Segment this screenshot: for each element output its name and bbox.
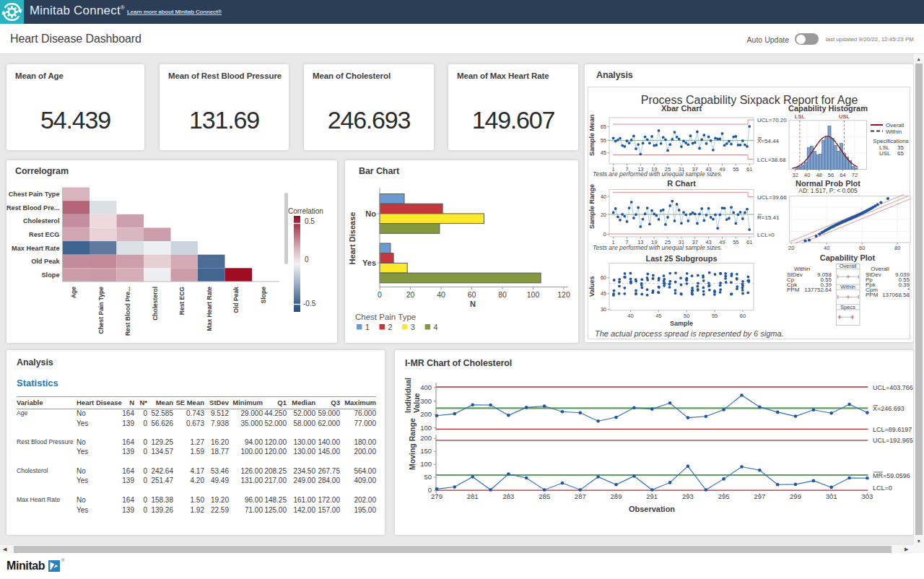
svg-text:4: 4 bbox=[434, 323, 438, 331]
svg-text:Value: Value bbox=[412, 393, 421, 413]
svg-text:UCL=192.965: UCL=192.965 bbox=[873, 437, 913, 444]
svg-text:Old Peak: Old Peak bbox=[31, 258, 60, 265]
svg-text:Xbar Chart: Xbar Chart bbox=[661, 104, 702, 113]
svg-text:Heart Disease: Heart Disease bbox=[348, 212, 357, 265]
svg-text:0: 0 bbox=[603, 231, 606, 238]
svg-text:291: 291 bbox=[646, 492, 658, 500]
svg-text:LCL=0: LCL=0 bbox=[873, 484, 892, 492]
svg-text:283: 283 bbox=[502, 492, 514, 500]
svg-text:Rest Blood Pre...: Rest Blood Pre... bbox=[124, 287, 131, 336]
svg-text:295: 295 bbox=[718, 492, 730, 500]
svg-text:Sample Range: Sample Range bbox=[588, 184, 596, 229]
svg-text:AD: 1.517, P: < 0.005: AD: 1.517, P: < 0.005 bbox=[798, 187, 858, 194]
svg-text:Chest Pain Type: Chest Pain Type bbox=[355, 313, 416, 321]
svg-text:300: 300 bbox=[420, 397, 432, 405]
svg-text:Max Heart Rate: Max Heart Rate bbox=[12, 245, 59, 252]
svg-text:40: 40 bbox=[627, 313, 633, 319]
svg-text:40: 40 bbox=[804, 172, 810, 178]
svg-text:0: 0 bbox=[305, 256, 309, 264]
svg-text:LCL=89.6197: LCL=89.6197 bbox=[873, 426, 912, 433]
svg-text:Slope: Slope bbox=[260, 287, 267, 303]
svg-text:301: 301 bbox=[826, 492, 837, 500]
svg-text:72: 72 bbox=[852, 172, 858, 178]
svg-text:USL: USL bbox=[879, 150, 891, 157]
svg-text:60: 60 bbox=[468, 290, 476, 299]
svg-text:120: 120 bbox=[557, 290, 570, 299]
svg-text:60: 60 bbox=[740, 313, 746, 319]
svg-text:150: 150 bbox=[420, 447, 432, 455]
svg-text:100: 100 bbox=[420, 424, 432, 432]
svg-text:60: 60 bbox=[601, 274, 606, 281]
svg-text:200: 200 bbox=[420, 434, 432, 442]
svg-text:UCL=70.20: UCL=70.20 bbox=[757, 117, 787, 123]
svg-text:UCL=403.766: UCL=403.766 bbox=[873, 384, 913, 391]
svg-text:1: 1 bbox=[365, 323, 370, 331]
svg-text:293: 293 bbox=[682, 492, 694, 500]
svg-text:Tests are performed with unequ: Tests are performed with unequal sample … bbox=[593, 244, 723, 251]
svg-text:100: 100 bbox=[420, 460, 432, 468]
svg-text:LCL=38.68: LCL=38.68 bbox=[757, 157, 786, 163]
svg-text:LSL: LSL bbox=[795, 113, 806, 120]
svg-text:Values: Values bbox=[588, 276, 596, 297]
svg-text:UCL=39.66: UCL=39.66 bbox=[757, 194, 787, 201]
svg-text:137068.58: 137068.58 bbox=[882, 292, 910, 298]
svg-text:3: 3 bbox=[411, 323, 415, 331]
svg-text:Rest ECG: Rest ECG bbox=[178, 287, 186, 315]
svg-text:61: 61 bbox=[746, 166, 752, 173]
svg-text:55: 55 bbox=[733, 166, 738, 173]
svg-text:Overall: Overall bbox=[840, 263, 857, 269]
svg-text:Within: Within bbox=[886, 129, 902, 135]
svg-text:20: 20 bbox=[788, 245, 794, 251]
svg-text:20: 20 bbox=[406, 290, 415, 299]
svg-text:100: 100 bbox=[527, 290, 540, 299]
svg-text:No: No bbox=[365, 209, 376, 218]
svg-text:0.5: 0.5 bbox=[305, 217, 315, 225]
svg-text:R=15.41: R=15.41 bbox=[757, 214, 780, 221]
svg-text:303: 303 bbox=[861, 492, 873, 500]
svg-text:2: 2 bbox=[388, 323, 393, 331]
svg-text:Tests are performed with unequ: Tests are performed with unequal sample … bbox=[593, 170, 723, 178]
svg-text:64: 64 bbox=[840, 172, 845, 178]
svg-text:Cholesterol: Cholesterol bbox=[152, 287, 159, 321]
svg-text:Capability Plot: Capability Plot bbox=[820, 253, 876, 262]
svg-text:Sample Mean: Sample Mean bbox=[588, 114, 596, 156]
svg-text:Normal Prob Plot: Normal Prob Plot bbox=[796, 179, 860, 188]
svg-text:45: 45 bbox=[601, 290, 606, 297]
svg-text:80: 80 bbox=[894, 245, 900, 251]
svg-text:R Chart: R Chart bbox=[667, 179, 696, 188]
svg-text:Old Peak: Old Peak bbox=[232, 287, 240, 313]
svg-text:Last 25 Subgroups: Last 25 Subgroups bbox=[645, 254, 717, 263]
svg-text:45: 45 bbox=[655, 313, 661, 319]
svg-text:55: 55 bbox=[712, 313, 718, 319]
svg-text:55: 55 bbox=[733, 239, 738, 245]
svg-text:50: 50 bbox=[684, 313, 689, 319]
svg-text:Observation: Observation bbox=[629, 505, 675, 513]
svg-text:PPM: PPM bbox=[787, 287, 800, 293]
svg-text:287: 287 bbox=[575, 492, 586, 500]
svg-text:0: 0 bbox=[378, 290, 382, 299]
svg-text:X=246.693: X=246.693 bbox=[873, 405, 905, 412]
svg-text:30: 30 bbox=[601, 306, 606, 313]
svg-text:200: 200 bbox=[420, 410, 432, 418]
svg-text:40: 40 bbox=[824, 245, 829, 251]
svg-text:Rest Blood Pre...: Rest Blood Pre... bbox=[6, 204, 60, 212]
svg-text:Sample: Sample bbox=[670, 320, 693, 327]
svg-text:Age: Age bbox=[70, 287, 77, 298]
svg-text:Max Heart Rate: Max Heart Rate bbox=[206, 287, 213, 331]
svg-text:285: 285 bbox=[539, 492, 550, 500]
svg-text:LCL=0: LCL=0 bbox=[757, 232, 775, 238]
svg-text:55: 55 bbox=[601, 137, 606, 144]
svg-text:60: 60 bbox=[859, 245, 865, 251]
svg-text:289: 289 bbox=[611, 492, 622, 500]
svg-text:PPM: PPM bbox=[866, 292, 879, 298]
svg-text:80: 80 bbox=[498, 290, 507, 299]
svg-text:Capability Histogram: Capability Histogram bbox=[788, 104, 868, 113]
svg-text:Slope: Slope bbox=[41, 271, 59, 279]
svg-text:MR=59.0596: MR=59.0596 bbox=[873, 472, 910, 479]
svg-text:65: 65 bbox=[897, 150, 904, 157]
svg-text:40: 40 bbox=[601, 193, 606, 200]
svg-text:137752.64: 137752.64 bbox=[804, 287, 832, 293]
svg-text:61: 61 bbox=[746, 239, 752, 245]
svg-text:Moving Range: Moving Range bbox=[408, 418, 417, 470]
svg-text:Rest ECG: Rest ECG bbox=[29, 231, 59, 238]
